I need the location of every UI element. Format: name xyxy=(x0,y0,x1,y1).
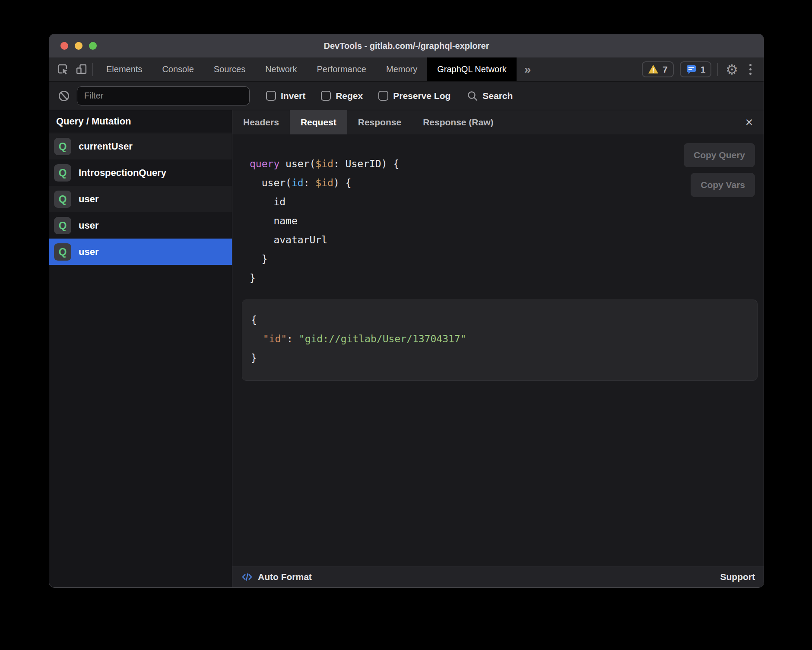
sidebar-item-currentuser[interactable]: QcurrentUser xyxy=(49,133,232,159)
checkbox-box-regex[interactable] xyxy=(321,91,331,101)
checkbox-label-invert: Invert xyxy=(281,91,305,101)
sidebar-item-user[interactable]: Quser xyxy=(49,239,232,265)
main-area: Query / Mutation QcurrentUserQIntrospect… xyxy=(49,110,764,587)
code-line: avatarUrl xyxy=(250,230,758,249)
sidebar-item-introspectionquery[interactable]: QIntrospectionQuery xyxy=(49,159,232,186)
tab-elements[interactable]: Elements xyxy=(96,57,152,81)
query-type-badge: Q xyxy=(54,191,71,208)
code-line: id xyxy=(250,192,758,211)
gear-icon: ⚙ xyxy=(726,62,738,77)
messages-badge[interactable]: 1 xyxy=(680,61,712,77)
tab-console[interactable]: Console xyxy=(152,57,203,81)
filter-input[interactable] xyxy=(77,86,250,105)
code-format-icon xyxy=(241,571,253,583)
checkbox-invert[interactable]: Invert xyxy=(266,91,305,101)
sidebar-item-label: currentUser xyxy=(79,141,133,152)
checkbox-label-preserve-log: Preserve Log xyxy=(393,91,450,101)
devtools-window: DevTools - gitlab.com/-/graphql-explorer… xyxy=(49,34,764,588)
message-icon xyxy=(686,64,697,75)
sidebar-item-label: user xyxy=(79,246,98,258)
settings-button[interactable]: ⚙ xyxy=(724,63,740,76)
checkbox-box-invert[interactable] xyxy=(266,91,276,101)
checkbox-regex[interactable]: Regex xyxy=(321,91,363,101)
checkbox-label-regex: Regex xyxy=(336,91,363,101)
devtools-tabbar: ElementsConsoleSourcesNetworkPerformance… xyxy=(49,57,764,82)
traffic-lights xyxy=(60,34,97,57)
zoom-window-button[interactable] xyxy=(89,42,97,50)
code-line: name xyxy=(250,211,758,230)
messages-count: 1 xyxy=(701,64,706,75)
query-type-badge: Q xyxy=(54,138,71,155)
checkbox-box-preserve-log[interactable] xyxy=(378,91,388,101)
more-panels-button[interactable]: » xyxy=(517,57,539,81)
kebab-icon xyxy=(749,64,752,66)
copy-query-button[interactable]: Copy Query xyxy=(684,143,755,167)
warnings-count: 7 xyxy=(663,64,668,75)
detail-tabs: HeadersRequestResponseResponse (Raw) ✕ xyxy=(232,110,764,134)
warnings-badge[interactable]: 7 xyxy=(642,61,674,77)
tab-graphql-network[interactable]: GraphQL Network xyxy=(427,57,516,81)
panel-tabs: ElementsConsoleSourcesNetworkPerformance… xyxy=(96,57,517,81)
copy-vars-button[interactable]: Copy Vars xyxy=(691,173,755,197)
close-icon: ✕ xyxy=(745,117,753,128)
graphql-query-code: query user($id: UserID) { user(id: $id) … xyxy=(250,154,758,287)
query-type-badge: Q xyxy=(54,217,71,234)
code-line: } xyxy=(250,268,758,287)
detail-tab-request[interactable]: Request xyxy=(290,110,347,134)
filter-toolbar: InvertRegexPreserve Log Search xyxy=(49,82,764,110)
code-line: query user($id: UserID) { xyxy=(250,154,758,173)
detail-footer: Auto Format Support xyxy=(232,566,764,587)
tab-sources[interactable]: Sources xyxy=(204,57,255,81)
detail-tab-response-raw[interactable]: Response (Raw) xyxy=(412,110,504,134)
close-window-button[interactable] xyxy=(60,42,68,50)
checkbox-preserve-log[interactable]: Preserve Log xyxy=(378,91,450,101)
code-line: } xyxy=(251,348,749,367)
detail-tab-headers[interactable]: Headers xyxy=(232,110,290,134)
warning-icon xyxy=(648,64,659,74)
block-icon xyxy=(58,90,70,102)
tab-memory[interactable]: Memory xyxy=(376,57,427,81)
sidebar-item-user[interactable]: Quser xyxy=(49,212,232,239)
search-button[interactable]: Search xyxy=(467,90,513,102)
sidebar-header: Query / Mutation xyxy=(49,110,232,133)
toolbar-separator xyxy=(92,63,93,76)
detail-tab-response[interactable]: Response xyxy=(347,110,412,134)
code-line: } xyxy=(250,249,758,268)
variables-code: { "id": "gid://gitlab/User/13704317"} xyxy=(251,310,749,367)
inspect-element-button[interactable] xyxy=(57,64,69,75)
search-icon xyxy=(467,90,478,102)
code-line: user(id: $id) { xyxy=(250,173,758,192)
search-label: Search xyxy=(482,91,513,101)
customize-menu-button[interactable] xyxy=(746,64,755,75)
query-type-badge: Q xyxy=(54,164,71,182)
auto-format-button[interactable]: Auto Format xyxy=(241,571,312,583)
device-toolbar-icon xyxy=(76,64,87,75)
sidebar-item-user[interactable]: Quser xyxy=(49,186,232,212)
sidebar-item-label: user xyxy=(79,194,98,205)
toolbar-separator xyxy=(717,63,718,76)
tab-network[interactable]: Network xyxy=(255,57,307,81)
variables-box: { "id": "gid://gitlab/User/13704317"} xyxy=(242,300,758,381)
minimize-window-button[interactable] xyxy=(75,42,82,50)
block-requests-button[interactable] xyxy=(58,90,70,102)
device-toolbar-button[interactable] xyxy=(76,64,87,75)
filter-options: InvertRegexPreserve Log xyxy=(266,91,450,101)
titlebar: DevTools - gitlab.com/-/graphql-explorer xyxy=(49,34,764,57)
request-detail-panel: HeadersRequestResponseResponse (Raw) ✕ q… xyxy=(232,110,764,587)
inspect-cursor-icon xyxy=(57,64,69,75)
request-viewer: query user($id: UserID) { user(id: $id) … xyxy=(232,134,764,566)
request-list-panel: Query / Mutation QcurrentUserQIntrospect… xyxy=(49,110,232,587)
sidebar-item-label: IntrospectionQuery xyxy=(79,167,166,178)
code-line: "id": "gid://gitlab/User/13704317" xyxy=(251,329,749,348)
sidebar-item-label: user xyxy=(79,220,98,231)
auto-format-label: Auto Format xyxy=(258,572,312,582)
tab-performance[interactable]: Performance xyxy=(307,57,377,81)
close-detail-button[interactable]: ✕ xyxy=(735,110,764,134)
code-line: { xyxy=(251,310,749,329)
query-type-badge: Q xyxy=(54,243,71,261)
window-title: DevTools - gitlab.com/-/graphql-explorer xyxy=(324,41,489,51)
request-list: QcurrentUserQIntrospectionQueryQuserQuse… xyxy=(49,133,232,587)
support-link[interactable]: Support xyxy=(720,572,755,582)
